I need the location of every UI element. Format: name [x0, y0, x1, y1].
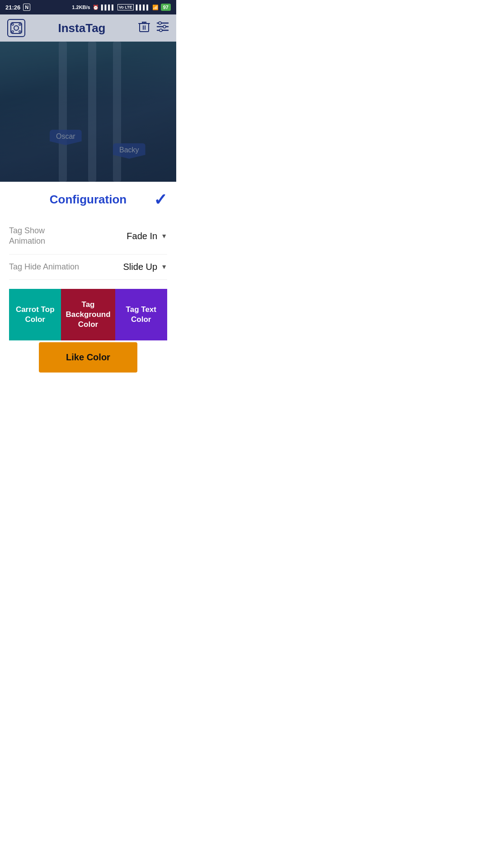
- config-section: Configuration ✓ Tag Show Animation Fade …: [0, 182, 176, 386]
- color-buttons-grid: Carrot Top Color Tag Background Color Ta…: [9, 289, 167, 340]
- network-icon: N: [23, 4, 30, 11]
- svg-point-13: [159, 22, 161, 24]
- svg-point-2: [12, 24, 14, 25]
- config-checkmark[interactable]: ✓: [154, 190, 167, 209]
- carrot-top-color-button[interactable]: Carrot Top Color: [9, 289, 61, 340]
- svg-rect-8: [145, 25, 145, 30]
- time: 21:26: [5, 4, 20, 11]
- tag-show-animation-label: Tag Show Animation: [9, 226, 81, 247]
- dropdown-arrow-1: ▼: [161, 232, 167, 240]
- top-actions: [138, 20, 169, 36]
- svg-point-15: [160, 29, 162, 32]
- image-overlay: [0, 42, 176, 182]
- like-color-row: Like Color: [9, 342, 167, 382]
- svg-point-4: [12, 31, 14, 33]
- status-right: 1.2KB/s ⏰ ▌▌▌▌ Vo LTE ▌▌▌▌ 📶 97: [72, 4, 171, 11]
- app-logo: [7, 19, 25, 37]
- svg-rect-0: [11, 23, 22, 33]
- svg-point-5: [19, 31, 21, 33]
- top-bar: InstaTag: [0, 14, 176, 42]
- dropdown-arrow-2: ▼: [161, 263, 167, 270]
- like-color-button[interactable]: Like Color: [39, 342, 137, 373]
- svg-rect-7: [143, 25, 144, 30]
- alarm-icon: ⏰: [93, 5, 99, 10]
- config-title: Configuration: [50, 193, 127, 207]
- svg-point-3: [19, 24, 21, 25]
- tag-hide-animation-row: Tag Hide Animation Slide Up ▼: [9, 255, 167, 280]
- tag-show-animation-row: Tag Show Animation Fade In ▼: [9, 218, 167, 255]
- delete-button[interactable]: [138, 20, 150, 36]
- tag-hide-animation-dropdown[interactable]: Slide Up ▼: [123, 262, 167, 272]
- svg-point-1: [14, 26, 19, 30]
- status-left: 21:26 N: [5, 4, 30, 11]
- app-title: InstaTag: [58, 21, 106, 35]
- tag-show-animation-value: Fade In: [127, 231, 157, 241]
- lte-icon: Vo LTE: [117, 4, 134, 10]
- tag-hide-animation-label: Tag Hide Animation: [9, 262, 79, 272]
- wifi-icon: 📶: [152, 5, 159, 10]
- speed-indicator: 1.2KB/s: [72, 5, 90, 10]
- svg-rect-6: [140, 24, 149, 32]
- signal-icon: ▌▌▌▌: [101, 5, 115, 10]
- tag-text-color-button[interactable]: Tag Text Color: [115, 289, 167, 340]
- config-header: Configuration ✓: [9, 193, 167, 207]
- tag-background-color-button[interactable]: Tag Background Color: [61, 289, 115, 340]
- tag-show-animation-dropdown[interactable]: Fade In ▼: [127, 231, 167, 241]
- tag-hide-animation-value: Slide Up: [123, 262, 158, 272]
- battery-indicator: 97: [161, 4, 171, 11]
- svg-point-14: [163, 25, 166, 28]
- photo-area: Oscar Backy: [0, 42, 176, 182]
- signal2-icon: ▌▌▌▌: [136, 5, 150, 10]
- status-bar: 21:26 N 1.2KB/s ⏰ ▌▌▌▌ Vo LTE ▌▌▌▌ 📶 97: [0, 0, 176, 14]
- settings-button[interactable]: [156, 21, 169, 35]
